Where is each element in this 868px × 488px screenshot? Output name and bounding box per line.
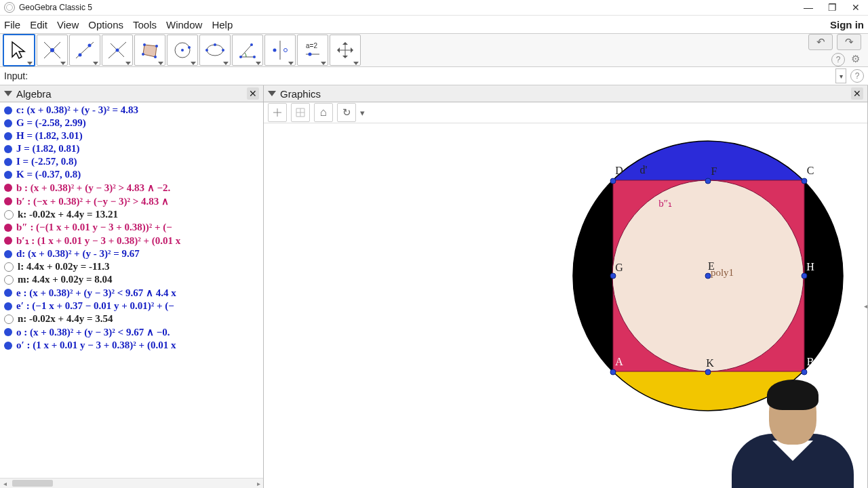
svg-point-8 — [116, 49, 119, 52]
close-window-button[interactable]: ✕ — [852, 2, 860, 13]
menu-tools[interactable]: Tools — [133, 19, 157, 30]
algebra-row[interactable]: K = (-0.37, 0.8) — [1, 168, 263, 181]
input-history-dropdown[interactable]: ▾ — [835, 68, 846, 83]
algebra-row[interactable]: G = (-2.58, 2.99) — [1, 117, 263, 129]
svg-point-4 — [79, 54, 82, 57]
toggle-grid-button[interactable] — [291, 103, 310, 122]
tool-perpendicular[interactable] — [102, 35, 133, 66]
visibility-dot-icon[interactable] — [4, 119, 12, 127]
command-input[interactable] — [32, 68, 831, 83]
visibility-dot-icon[interactable] — [4, 289, 12, 297]
undo-button[interactable]: ↶ — [808, 34, 833, 50]
visibility-dot-icon[interactable] — [4, 145, 12, 153]
graphics-panel-header[interactable]: Graphics ✕ — [264, 85, 867, 102]
point-capture-button[interactable]: ↻ — [337, 103, 356, 122]
geometry-point[interactable] — [610, 178, 616, 184]
graphics-close-button[interactable]: ✕ — [851, 87, 863, 100]
algebra-row[interactable]: o′ : (1 x + 0.01 y − 3 + 0.38)² + (0.01 … — [1, 339, 263, 352]
geometry-point[interactable] — [802, 273, 808, 279]
tool-move-view[interactable] — [330, 35, 361, 66]
toggle-axes-button[interactable] — [268, 103, 287, 122]
algebra-list[interactable]: c: (x + 0.38)² + (y - 3)² = 4.83G = (-2.… — [0, 102, 263, 478]
algebra-row[interactable]: d: (x + 0.38)² + (y - 3)² = 9.67 — [1, 247, 263, 260]
svg-point-10 — [143, 43, 146, 46]
toolbar-help-icon[interactable]: ? — [831, 53, 845, 66]
algebra-panel-header[interactable]: Algebra ✕ — [0, 85, 263, 102]
tool-polygon[interactable] — [134, 35, 165, 66]
algebra-close-button[interactable]: ✕ — [247, 87, 259, 100]
algebra-row[interactable]: J = (1.82, 0.81) — [1, 142, 263, 155]
algebra-row[interactable]: e′ : (−1 x + 0.37 − 0.01 y + 0.01)² + (− — [1, 300, 263, 312]
geometry-point[interactable] — [610, 369, 616, 375]
geometry-point[interactable] — [802, 369, 808, 375]
input-help-icon[interactable]: ? — [850, 69, 864, 83]
tool-slider[interactable]: a=2 — [297, 35, 328, 66]
home-view-button[interactable]: ⌂ — [314, 103, 333, 122]
algebra-hscroll[interactable]: ◂▸ — [0, 478, 263, 488]
visibility-dot-icon[interactable] — [4, 171, 12, 179]
algebra-row[interactable]: m: 4.4x + 0.02y = 8.04 — [1, 273, 263, 286]
algebra-expression: I = (-2.57, 0.8) — [16, 156, 77, 167]
visibility-dot-icon[interactable] — [4, 210, 14, 220]
algebra-row[interactable]: l: 4.4x + 0.02y = -11.3 — [1, 260, 263, 273]
visibility-dot-icon[interactable] — [4, 250, 12, 258]
menu-options[interactable]: Options — [88, 19, 123, 30]
svg-point-20 — [214, 43, 216, 46]
minimize-button[interactable]: — — [804, 2, 813, 13]
tool-circle[interactable] — [167, 35, 198, 66]
tool-line[interactable] — [69, 35, 100, 66]
sign-in-link[interactable]: Sign in — [830, 19, 864, 30]
visibility-dot-icon[interactable] — [4, 342, 12, 350]
algebra-row[interactable]: k: -0.02x + 4.4y = 13.21 — [1, 208, 263, 221]
visibility-dot-icon[interactable] — [4, 328, 12, 336]
tool-angle[interactable] — [232, 35, 263, 66]
tool-reflect[interactable] — [264, 35, 296, 66]
algebra-row[interactable]: H = (1.82, 3.01) — [1, 129, 263, 142]
algebra-row[interactable]: o : (x + 0.38)² + (y − 3)² < 9.67 ∧ −0. — [1, 325, 263, 339]
algebra-expression: m: 4.4x + 0.02y = 8.04 — [18, 274, 113, 285]
collapse-icon[interactable] — [268, 91, 276, 96]
algebra-expression: b : (x + 0.38)² + (y − 3)² > 4.83 ∧ −2. — [16, 182, 170, 194]
visibility-dot-icon[interactable] — [4, 262, 14, 272]
visibility-dot-icon[interactable] — [4, 237, 12, 245]
graphics-canvas[interactable]: ◂ Dd'FCb″₁GEpoly1HAKB — [264, 123, 867, 488]
tool-conic[interactable] — [199, 35, 231, 66]
geometry-point[interactable] — [705, 369, 711, 375]
visibility-dot-icon[interactable] — [4, 302, 12, 310]
algebra-row[interactable]: I = (-2.57, 0.8) — [1, 155, 263, 168]
graphics-toolbar-caret-icon[interactable]: ▾ — [360, 108, 365, 118]
svg-point-13 — [142, 53, 144, 56]
algebra-row[interactable]: e : (x + 0.38)² + (y − 3)² < 9.67 ∧ 4.4 … — [1, 286, 263, 300]
algebra-row[interactable]: b′ : (−x + 0.38)² + (−y − 3)² > 4.83 ∧ — [1, 195, 263, 208]
tool-point[interactable] — [37, 35, 68, 66]
algebra-row[interactable]: b″ : (−(1 x + 0.01 y − 3 + 0.38))² + (− — [1, 221, 263, 234]
visibility-dot-icon[interactable] — [4, 275, 14, 285]
settings-gear-icon[interactable]: ⚙ — [849, 53, 861, 65]
algebra-row[interactable]: c: (x + 0.38)² + (y - 3)² = 4.83 — [1, 104, 263, 117]
algebra-row[interactable]: b′₁ : (1 x + 0.01 y − 3 + 0.38)² + (0.01… — [1, 234, 263, 247]
menu-edit[interactable]: Edit — [30, 19, 47, 30]
geometry-point[interactable] — [705, 178, 711, 184]
point-label: G — [615, 262, 623, 274]
collapse-icon[interactable] — [4, 91, 12, 96]
svg-point-2 — [50, 48, 54, 52]
tool-move[interactable] — [3, 34, 35, 66]
visibility-dot-icon[interactable] — [4, 158, 12, 166]
visibility-dot-icon[interactable] — [4, 184, 12, 192]
algebra-row[interactable]: n: -0.02x + 4.4y = 3.54 — [1, 312, 263, 325]
visibility-dot-icon[interactable] — [4, 132, 12, 140]
geometry-point[interactable] — [802, 178, 808, 184]
svg-point-26 — [284, 49, 288, 52]
algebra-row[interactable]: b : (x + 0.38)² + (y − 3)² > 4.83 ∧ −2. — [1, 181, 263, 195]
visibility-dot-icon[interactable] — [4, 224, 12, 232]
visibility-dot-icon[interactable] — [4, 106, 12, 115]
visibility-dot-icon[interactable] — [4, 197, 12, 205]
redo-button[interactable]: ↷ — [837, 34, 861, 50]
maximize-button[interactable]: ❐ — [828, 2, 837, 13]
menu-view[interactable]: View — [57, 19, 79, 30]
menu-help[interactable]: Help — [212, 19, 233, 30]
menu-window[interactable]: Window — [166, 19, 202, 30]
visibility-dot-icon[interactable] — [4, 314, 14, 324]
algebra-expression: G = (-2.58, 2.99) — [16, 117, 86, 129]
menu-file[interactable]: File — [4, 19, 20, 30]
